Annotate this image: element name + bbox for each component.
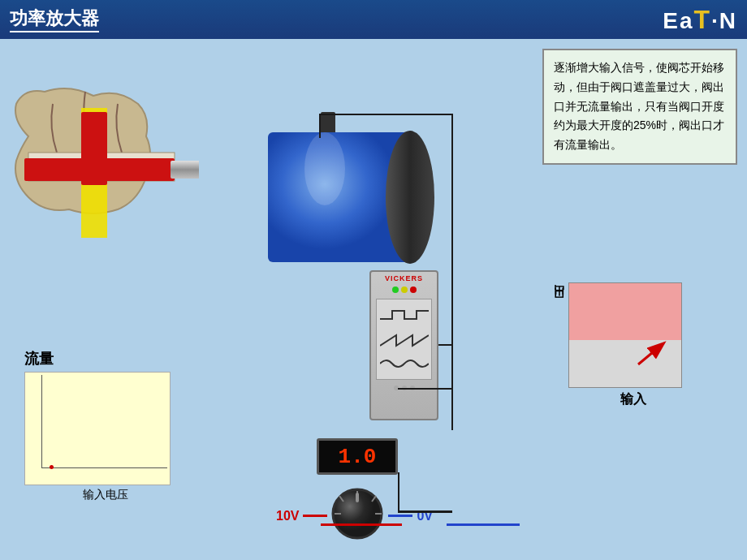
- controller-lights: [371, 284, 437, 295]
- wire-red-to-knob: [321, 523, 402, 526]
- chart-arrow-svg: [569, 283, 682, 388]
- waveform-step: [380, 307, 429, 323]
- output-x-label: 输入: [568, 391, 698, 408]
- flow-axis-y: [41, 375, 42, 468]
- chart-area: [568, 282, 682, 388]
- svg-rect-3: [81, 112, 107, 185]
- controller-display: [376, 299, 432, 380]
- wire-horizontal-top: [319, 114, 453, 115]
- blue-wire-right: [388, 515, 412, 517]
- svg-point-7: [386, 131, 434, 264]
- info-text: 逐渐增大输入信号，使阀芯开始移动，但由于阀口遮盖量过大，阀出口并无流量输出，只有…: [554, 61, 724, 151]
- light-yellow: [401, 286, 408, 293]
- waveform-sine: [380, 355, 429, 372]
- output-chart: 出口 输入: [568, 282, 698, 412]
- main-area: 逐渐增大输入信号，使阀芯开始移动，但由于阀口遮盖量过大，阀出口并无流量输出，只有…: [0, 39, 747, 560]
- wire-vertical-1: [319, 114, 321, 138]
- wire-controller-right: [438, 344, 453, 346]
- controller-brand: VICKERS: [371, 272, 437, 284]
- rock-body: [4, 71, 199, 250]
- light-red: [410, 286, 417, 293]
- wire-down-to-knob: [398, 472, 399, 513]
- digital-display: 1.0: [317, 438, 398, 475]
- output-chart-container: 出口 输入: [568, 282, 698, 408]
- voltage-controls: 10V: [276, 488, 433, 544]
- svg-rect-16: [356, 493, 359, 502]
- flow-chart: 流量 输入电压: [24, 349, 187, 495]
- red-wire-left: [303, 515, 327, 517]
- knob-svg[interactable]: [331, 488, 384, 541]
- wire-blue-from-knob: [447, 523, 520, 526]
- flow-red-dot: [50, 465, 54, 469]
- flow-chart-area: [24, 372, 171, 485]
- svg-point-8: [304, 132, 345, 205]
- svg-line-9: [638, 344, 663, 364]
- flow-x-label: 输入电压: [24, 488, 187, 502]
- wire-to-display: [398, 388, 453, 390]
- page-title: 功率放大器: [10, 6, 99, 32]
- knob-container[interactable]: [331, 488, 384, 544]
- waveform-ramp: [380, 331, 429, 347]
- eaton-logo: EaT·N: [663, 5, 737, 35]
- hydraulic-cylinder: [268, 112, 447, 266]
- voltage-10v-label: 10V: [276, 509, 299, 523]
- header: 功率放大器 EaT·N: [0, 0, 747, 39]
- digital-value: 1.0: [339, 445, 377, 469]
- wire-right-bottom: [398, 510, 452, 513]
- svg-rect-5: [321, 112, 335, 135]
- light-green: [392, 286, 399, 293]
- svg-rect-4: [171, 161, 199, 179]
- controller-box: VICKERS: [369, 270, 438, 420]
- flow-title: 流量: [24, 349, 187, 368]
- flow-axis-x: [41, 467, 167, 468]
- wire-right-vertical: [451, 114, 453, 430]
- info-box: 逐渐增大输入信号，使阀芯开始移动，但由于阀口遮盖量过大，阀出口并无流量输出，只有…: [542, 49, 737, 165]
